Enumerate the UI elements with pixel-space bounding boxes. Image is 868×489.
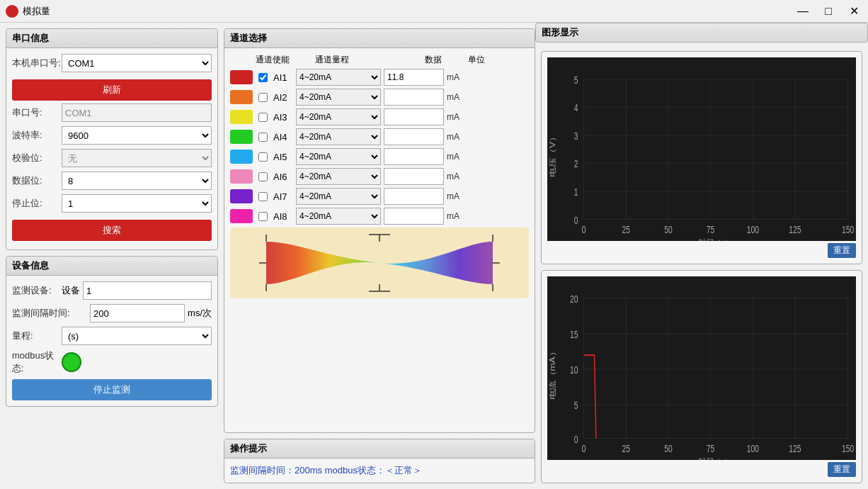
svg-text:5: 5 <box>574 74 578 86</box>
app-icon <box>6 5 18 18</box>
current-chart-canvas: 20 15 10 5 0 0 25 50 75 100 125 150 电流（m… <box>547 276 856 460</box>
voltage-chart-svg: 5 4 3 2 1 0 0 25 50 75 100 125 150 电压（V） <box>547 57 856 241</box>
stopbits-select[interactable]: 1 <box>62 194 212 213</box>
parity-label: 校验位: <box>12 152 62 164</box>
channel-checkbox-ai2[interactable] <box>258 93 268 102</box>
operation-text: 监测间隔时间：200ms modbus状态：＜正常＞ <box>230 465 422 476</box>
maximize-button[interactable]: □ <box>820 3 837 20</box>
databits-row: 数据位: 8 <box>12 172 212 190</box>
channel-range-ai2[interactable]: 4~20mA <box>296 89 381 106</box>
parity-row: 校验位: 无 <box>12 149 212 167</box>
svg-text:2: 2 <box>574 159 578 170</box>
port-label: 串口号: <box>12 106 62 119</box>
current-reset-button[interactable]: 重置 <box>828 462 856 477</box>
spectrum-svg <box>259 231 500 295</box>
stop-monitor-button[interactable]: 停止监测 <box>12 379 212 400</box>
channel-section: 通道选择 通道使能 通道量程 数据 单位 AI1 4~20mA mA AI2 4… <box>224 28 535 433</box>
svg-text:100: 100 <box>747 444 759 455</box>
app-title: 模拟量 <box>23 5 794 18</box>
channel-unit-ai4: mA <box>447 132 468 142</box>
channel-data-ai3[interactable] <box>384 108 444 125</box>
device-label: 设备 <box>62 284 80 297</box>
svg-rect-10 <box>547 57 856 241</box>
parity-select[interactable]: 无 <box>62 149 212 167</box>
channel-color-ai3 <box>230 110 253 124</box>
channel-label-ai5: AI5 <box>273 152 293 162</box>
range-label: 量程: <box>12 330 62 342</box>
right-panel: 图形显示 <box>541 28 862 483</box>
close-button[interactable]: ✕ <box>845 3 862 20</box>
channel-checkbox-ai4[interactable] <box>258 133 268 142</box>
svg-text:0: 0 <box>582 444 586 455</box>
modbus-status-dot <box>62 352 81 372</box>
channel-checkbox-ai1[interactable] <box>258 73 268 82</box>
channel-range-ai3[interactable]: 4~20mA <box>296 108 381 125</box>
voltage-reset-button[interactable]: 重置 <box>828 243 856 258</box>
svg-text:50: 50 <box>664 225 673 236</box>
channel-unit-ai5: mA <box>447 152 468 162</box>
minimize-button[interactable]: — <box>794 3 811 20</box>
range-col-header: 通道量程 <box>315 54 400 66</box>
svg-text:25: 25 <box>622 225 631 236</box>
channel-color-ai6 <box>230 169 253 184</box>
channel-checkbox-ai5[interactable] <box>258 152 268 162</box>
channel-row-ai5: AI5 4~20mA mA <box>230 148 529 165</box>
channel-unit-ai8: mA <box>447 211 468 221</box>
channel-data-ai2[interactable] <box>384 89 444 106</box>
serial-info-section: 串口信息 本机串口号: COM1 刷新 串口号: 波特率: 9600 校验位: <box>6 28 218 250</box>
baud-select[interactable]: 9600 <box>62 126 212 145</box>
baud-row: 波特率: 9600 <box>12 126 212 145</box>
svg-text:5: 5 <box>574 400 578 412</box>
channel-data-ai6[interactable] <box>384 168 444 185</box>
channel-checkbox-ai3[interactable] <box>258 113 268 122</box>
channel-range-ai4[interactable]: 4~20mA <box>296 128 381 145</box>
channel-color-ai4 <box>230 130 253 144</box>
channel-unit-ai7: mA <box>447 191 468 201</box>
voltage-chart-section: 5 4 3 2 1 0 0 25 50 75 100 125 150 电压（V） <box>541 51 862 264</box>
interval-input[interactable] <box>90 304 185 322</box>
databits-select[interactable]: 8 <box>62 172 212 190</box>
channel-rows-container: AI1 4~20mA mA AI2 4~20mA mA AI3 4~20mA m… <box>230 69 529 225</box>
channel-checkbox-ai6[interactable] <box>258 172 268 181</box>
range-select[interactable]: (s) <box>62 327 212 345</box>
channel-range-ai5[interactable]: 4~20mA <box>296 148 381 165</box>
svg-text:75: 75 <box>707 444 715 455</box>
monitor-device-row: 监测设备: 设备 <box>12 281 212 300</box>
svg-text:150: 150 <box>842 444 854 455</box>
svg-text:75: 75 <box>707 225 715 236</box>
channel-checkbox-ai8[interactable] <box>258 212 268 221</box>
channel-data-ai7[interactable] <box>384 188 444 205</box>
device-value-input[interactable] <box>83 281 212 300</box>
refresh-button[interactable]: 刷新 <box>12 79 212 101</box>
channel-header: 通道使能 通道量程 数据 单位 <box>230 54 529 66</box>
svg-text:电压（V）: 电压（V） <box>549 132 557 176</box>
channel-range-ai8[interactable]: 4~20mA <box>296 208 381 225</box>
channel-range-ai1[interactable]: 4~20mA <box>296 69 381 86</box>
modbus-row: modbus状态: <box>12 349 212 375</box>
channel-label-ai4: AI4 <box>273 132 293 142</box>
local-port-select[interactable]: COM1 <box>62 54 212 72</box>
svg-text:150: 150 <box>842 225 854 236</box>
interval-row: 监测间隔时间: ms/次 <box>12 304 212 322</box>
current-chart-svg: 20 15 10 5 0 0 25 50 75 100 125 150 电流（m… <box>547 276 856 460</box>
search-button[interactable]: 搜索 <box>12 220 212 241</box>
channel-data-ai1[interactable] <box>384 69 444 86</box>
interval-unit: ms/次 <box>188 307 212 320</box>
graph-section-title: 图形显示 <box>535 23 868 43</box>
spectrum-area <box>230 227 529 298</box>
channel-unit-ai2: mA <box>447 92 468 102</box>
channel-checkbox-ai7[interactable] <box>258 192 268 201</box>
channel-row-ai1: AI1 4~20mA mA <box>230 69 529 86</box>
channel-range-ai7[interactable]: 4~20mA <box>296 188 381 205</box>
modbus-label: modbus状态: <box>12 349 62 375</box>
channel-data-ai8[interactable] <box>384 208 444 225</box>
channel-data-ai4[interactable] <box>384 128 444 145</box>
channel-unit-ai3: mA <box>447 112 468 122</box>
channel-row-ai7: AI7 4~20mA mA <box>230 188 529 205</box>
current-chart-section: 20 15 10 5 0 0 25 50 75 100 125 150 电流（m… <box>541 270 862 483</box>
channel-range-ai6[interactable]: 4~20mA <box>296 168 381 185</box>
svg-text:50: 50 <box>664 444 673 455</box>
title-bar: 模拟量 — □ ✕ <box>0 0 868 23</box>
channel-row-ai2: AI2 4~20mA mA <box>230 89 529 106</box>
channel-data-ai5[interactable] <box>384 148 444 165</box>
